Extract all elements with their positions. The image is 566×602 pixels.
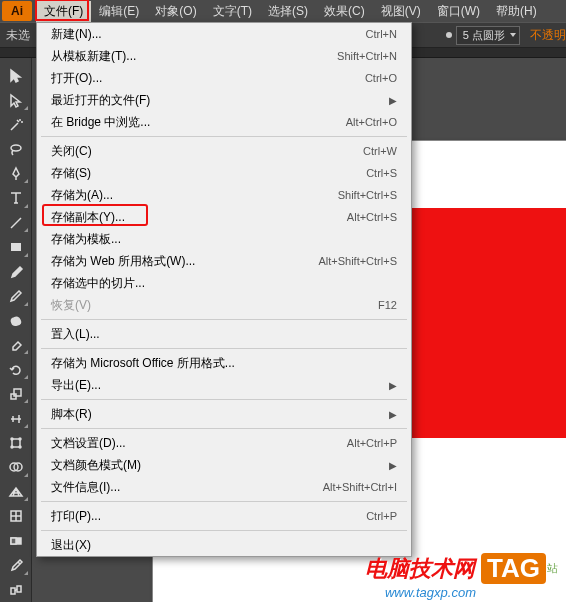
- menu-item-label: 存储为(A)...: [51, 187, 338, 204]
- menu-item-label: 新建(N)...: [51, 26, 366, 43]
- menu-shortcut: Ctrl+O: [365, 72, 397, 84]
- watermark-site: 站: [547, 561, 558, 576]
- svg-rect-15: [17, 586, 21, 592]
- menu-item-label: 导出(E)...: [51, 377, 389, 394]
- svg-point-7: [11, 446, 13, 448]
- menu-item-save-as[interactable]: 存储为(A)...Shift+Ctrl+S: [37, 184, 411, 206]
- submenu-arrow-icon: ▶: [389, 95, 397, 106]
- menu-item-export[interactable]: 导出(E)...▶: [37, 374, 411, 396]
- menu-shortcut: Ctrl+S: [366, 167, 397, 179]
- stroke-profile[interactable]: 5 点圆形: [446, 26, 520, 45]
- menu-item-label: 关闭(C): [51, 143, 363, 160]
- type-tool[interactable]: [2, 187, 30, 209]
- menu-file[interactable]: 文件(F): [36, 1, 91, 22]
- menu-help[interactable]: 帮助(H): [488, 1, 545, 22]
- lasso-tool[interactable]: [2, 138, 30, 160]
- menu-view[interactable]: 视图(V): [373, 1, 429, 22]
- menu-item-save-copy[interactable]: 存储副本(Y)...Alt+Ctrl+S: [37, 206, 411, 228]
- menu-item-recent-files[interactable]: 最近打开的文件(F)▶: [37, 89, 411, 111]
- rectangle-tool[interactable]: [2, 236, 30, 258]
- menu-item-label: 从模板新建(T)...: [51, 48, 337, 65]
- svg-rect-1: [11, 243, 21, 251]
- menu-item-label: 存储(S): [51, 165, 366, 182]
- blend-tool[interactable]: [2, 579, 30, 601]
- menu-item-label: 文件信息(I)...: [51, 479, 323, 496]
- svg-point-5: [11, 438, 13, 440]
- magic-wand-tool[interactable]: [2, 114, 30, 136]
- menu-select[interactable]: 选择(S): [260, 1, 316, 22]
- eraser-tool[interactable]: [2, 334, 30, 356]
- menu-item-file-info[interactable]: 文件信息(I)...Alt+Shift+Ctrl+I: [37, 476, 411, 498]
- menu-separator: [41, 348, 407, 349]
- rotate-tool[interactable]: [2, 358, 30, 380]
- submenu-arrow-icon: ▶: [389, 409, 397, 420]
- menu-separator: [41, 501, 407, 502]
- selection-tool[interactable]: [2, 65, 30, 87]
- menu-effect[interactable]: 效果(C): [316, 1, 373, 22]
- menu-text[interactable]: 文字(T): [205, 1, 260, 22]
- svg-point-6: [19, 438, 21, 440]
- direct-selection-tool[interactable]: [2, 89, 30, 111]
- menu-separator: [41, 428, 407, 429]
- menu-item-open[interactable]: 打开(O)...Ctrl+O: [37, 67, 411, 89]
- pencil-tool[interactable]: [2, 285, 30, 307]
- watermark-title: 电脑技术网: [365, 554, 475, 584]
- menu-item-close[interactable]: 关闭(C)Ctrl+W: [37, 140, 411, 162]
- menu-item-label: 打开(O)...: [51, 70, 365, 87]
- menu-item-scripts[interactable]: 脚本(R)▶: [37, 403, 411, 425]
- blob-brush-tool[interactable]: [2, 310, 30, 332]
- perspective-grid-tool[interactable]: [2, 481, 30, 503]
- opacity-label: 不透明: [530, 27, 566, 44]
- free-transform-tool[interactable]: [2, 432, 30, 454]
- menu-item-label: 存储副本(Y)...: [51, 209, 347, 226]
- menu-edit[interactable]: 编辑(E): [91, 1, 147, 22]
- menu-item-place[interactable]: 置入(L)...: [37, 323, 411, 345]
- menu-item-label: 存储为 Microsoft Office 所用格式...: [51, 355, 397, 372]
- menu-window[interactable]: 窗口(W): [429, 1, 488, 22]
- menu-item-label: 文档设置(D)...: [51, 435, 347, 452]
- stroke-select[interactable]: 5 点圆形: [456, 26, 520, 45]
- eyedropper-tool[interactable]: [2, 554, 30, 576]
- watermark-tag: TAG: [481, 553, 546, 584]
- menu-item-revert: 恢复(V)F12: [37, 294, 411, 316]
- menu-item-label: 打印(P)...: [51, 508, 366, 525]
- menu-item-doc-setup[interactable]: 文档设置(D)...Alt+Ctrl+P: [37, 432, 411, 454]
- scale-tool[interactable]: [2, 383, 30, 405]
- menu-item-label: 在 Bridge 中浏览...: [51, 114, 346, 131]
- menu-shortcut: Alt+Shift+Ctrl+S: [318, 255, 397, 267]
- menu-separator: [41, 530, 407, 531]
- menu-item-label: 脚本(R): [51, 406, 389, 423]
- menu-item-label: 置入(L)...: [51, 326, 397, 343]
- paintbrush-tool[interactable]: [2, 261, 30, 283]
- mesh-tool[interactable]: [2, 505, 30, 527]
- menu-item-print[interactable]: 打印(P)...Ctrl+P: [37, 505, 411, 527]
- menu-item-browse-bridge[interactable]: 在 Bridge 中浏览...Alt+Ctrl+O: [37, 111, 411, 133]
- menu-item-label: 存储为模板...: [51, 231, 397, 248]
- tool-panel: [0, 58, 32, 602]
- line-tool[interactable]: [2, 212, 30, 234]
- menu-item-save-for-web[interactable]: 存储为 Web 所用格式(W)...Alt+Shift+Ctrl+S: [37, 250, 411, 272]
- menu-item-new-from-template[interactable]: 从模板新建(T)...Shift+Ctrl+N: [37, 45, 411, 67]
- menu-separator: [41, 136, 407, 137]
- menu-separator: [41, 399, 407, 400]
- gradient-tool[interactable]: [2, 530, 30, 552]
- menu-item-new[interactable]: 新建(N)...Ctrl+N: [37, 23, 411, 45]
- menu-object[interactable]: 对象(O): [147, 1, 204, 22]
- menu-item-save-template[interactable]: 存储为模板...: [37, 228, 411, 250]
- menu-item-color-mode[interactable]: 文档颜色模式(M)▶: [37, 454, 411, 476]
- menu-item-save-slices[interactable]: 存储选中的切片...: [37, 272, 411, 294]
- menu-shortcut: Ctrl+N: [366, 28, 397, 40]
- menu-item-save-ms-office[interactable]: 存储为 Microsoft Office 所用格式...: [37, 352, 411, 374]
- pen-tool[interactable]: [2, 163, 30, 185]
- menu-separator: [41, 319, 407, 320]
- dot-icon: [446, 32, 452, 38]
- menu-item-exit[interactable]: 退出(X): [37, 534, 411, 556]
- menu-shortcut: Alt+Shift+Ctrl+I: [323, 481, 397, 493]
- shape-builder-tool[interactable]: [2, 456, 30, 478]
- menu-item-save[interactable]: 存储(S)Ctrl+S: [37, 162, 411, 184]
- menu-item-label: 最近打开的文件(F): [51, 92, 389, 109]
- width-tool[interactable]: [2, 407, 30, 429]
- submenu-arrow-icon: ▶: [389, 380, 397, 391]
- menu-shortcut: Alt+Ctrl+P: [347, 437, 397, 449]
- menu-shortcut: Alt+Ctrl+S: [347, 211, 397, 223]
